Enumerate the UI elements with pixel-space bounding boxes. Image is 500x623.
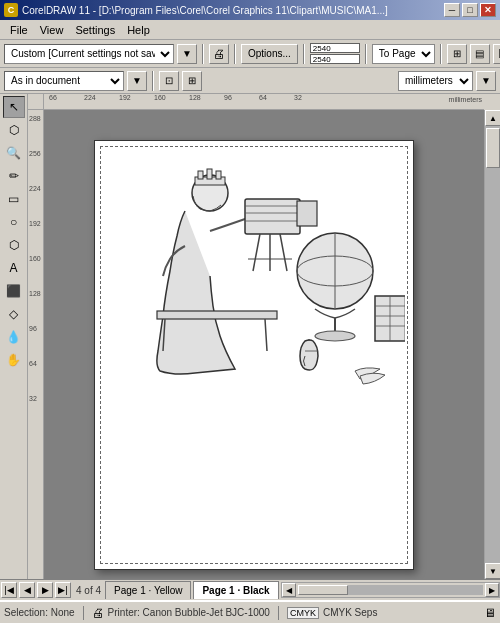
status-divider-2: [278, 606, 279, 620]
view-icon-btn-2[interactable]: ⊞: [182, 71, 202, 91]
scroll-down-button[interactable]: ▼: [485, 563, 500, 579]
main-area: ↖ ⬡ 🔍 ✏ ▭ ○ ⬡ A ⬛ ◇ 💧 ✋ 66 224 192 160 1…: [0, 94, 500, 579]
toolbar-1: Custom [Current settings not saved] ▼ 🖨 …: [0, 40, 500, 68]
status-icon: 🖥: [484, 606, 496, 620]
artwork-svg: [105, 151, 405, 431]
svg-rect-3: [207, 169, 212, 179]
canvas-scroll: 288 256 224 192 160 128 96 64 32: [28, 110, 500, 579]
toolbox: ↖ ⬡ 🔍 ✏ ▭ ○ ⬡ A ⬛ ◇ 💧 ✋: [0, 94, 28, 579]
svg-line-10: [253, 234, 260, 271]
units-select[interactable]: millimeters: [398, 71, 473, 91]
width-input[interactable]: [310, 43, 360, 53]
window-title: CorelDRAW 11 - [D:\Program Files\Corel\C…: [22, 5, 388, 16]
sep-t2-1: [152, 71, 154, 91]
separator-3: [303, 44, 305, 64]
nav-bar: |◀ ◀ ▶ ▶| 4 of 4 Page 1 · Yellow Page 1 …: [0, 579, 500, 601]
menu-file[interactable]: File: [4, 22, 34, 38]
svg-rect-5: [245, 199, 300, 234]
toolbar-2: As in document ▼ ⊡ ⊞ millimeters ▼: [0, 68, 500, 94]
zoom-dropdown-btn[interactable]: ▼: [127, 71, 147, 91]
tool-zoom[interactable]: 🔍: [3, 142, 25, 164]
scroll-thumb-vertical[interactable]: [486, 128, 500, 168]
to-page-select[interactable]: To Page: [372, 44, 435, 64]
status-bar: Selection: None 🖨 Printer: Canon Bubble-…: [0, 601, 500, 623]
tb-icon-btn-2[interactable]: ▤: [470, 44, 490, 64]
scroll-right-button[interactable]: ▶: [485, 583, 499, 597]
color-mode-icon: CMYK: [287, 607, 319, 619]
view-icon-btn-1[interactable]: ⊡: [159, 71, 179, 91]
zoom-select[interactable]: As in document: [4, 71, 124, 91]
scroll-up-button[interactable]: ▲: [485, 110, 500, 126]
nav-last-button[interactable]: ▶|: [55, 582, 71, 598]
svg-line-12: [280, 234, 287, 271]
units-dropdown-btn[interactable]: ▼: [476, 71, 496, 91]
svg-rect-9: [297, 201, 317, 226]
ruler-corner-right: [484, 94, 500, 110]
svg-rect-2: [198, 171, 203, 179]
title-bar: C CorelDRAW 11 - [D:\Program Files\Corel…: [0, 0, 500, 20]
separator-1: [202, 44, 204, 64]
nav-first-button[interactable]: |◀: [1, 582, 17, 598]
tool-text[interactable]: A: [3, 257, 25, 279]
tool-shape[interactable]: ⬡: [3, 119, 25, 141]
printer-icon: 🖨: [92, 606, 104, 620]
horizontal-scrollbar: ◀ ▶: [281, 582, 500, 598]
tb-icon-btn-3[interactable]: E: [493, 44, 500, 64]
height-input[interactable]: [310, 54, 360, 64]
menu-help[interactable]: Help: [121, 22, 156, 38]
page-indicator: 4 of 4: [72, 585, 105, 596]
preset-dropdown-btn[interactable]: ▼: [177, 44, 197, 64]
page-tab-yellow[interactable]: Page 1 · Yellow: [105, 581, 191, 599]
svg-rect-14: [157, 311, 277, 319]
selection-status: Selection: None: [4, 607, 75, 618]
maximize-button[interactable]: □: [462, 3, 478, 17]
tool-select[interactable]: ↖: [3, 96, 25, 118]
printer-status: Printer: Canon Bubble-Jet BJC-1000: [108, 607, 270, 618]
nav-next-button[interactable]: ▶: [37, 582, 53, 598]
ruler-row: 66 224 192 160 128 96 64 32 millimeters: [28, 94, 500, 110]
scroll-thumb-h[interactable]: [298, 585, 348, 595]
status-divider-1: [83, 606, 84, 620]
svg-rect-4: [216, 171, 221, 179]
dimension-inputs: [310, 43, 360, 64]
minimize-button[interactable]: ─: [444, 3, 460, 17]
tool-rect[interactable]: ▭: [3, 188, 25, 210]
nav-prev-button[interactable]: ◀: [19, 582, 35, 598]
document-page: [94, 140, 414, 570]
separator-2: [234, 44, 236, 64]
preset-select[interactable]: Custom [Current settings not saved]: [4, 44, 174, 64]
vertical-scrollbar: ▲ ▼: [484, 110, 500, 579]
tool-ellipse[interactable]: ○: [3, 211, 25, 233]
menu-bar: File View Settings Help: [0, 20, 500, 40]
canvas-background[interactable]: [44, 110, 484, 579]
tb-icon-btn-1[interactable]: ⊞: [447, 44, 467, 64]
vertical-ruler: 288 256 224 192 160 128 96 64 32: [28, 110, 44, 579]
scroll-track-h: [298, 585, 483, 595]
close-window-button[interactable]: ✕: [480, 3, 496, 17]
scroll-left-button[interactable]: ◀: [282, 583, 296, 597]
scroll-track-vertical: [485, 126, 500, 563]
horizontal-ruler: 66 224 192 160 128 96 64 32 millimeters: [44, 94, 484, 110]
color-mode-status: CMYK Seps: [323, 607, 377, 618]
separator-4: [365, 44, 367, 64]
page-tab-black[interactable]: Page 1 · Black: [193, 581, 278, 599]
app-icon: C: [4, 3, 18, 17]
tool-eyedropper[interactable]: 💧: [3, 326, 25, 348]
canvas-area: 66 224 192 160 128 96 64 32 millimeters …: [28, 94, 500, 579]
menu-view[interactable]: View: [34, 22, 70, 38]
ruler-mm-label: millimeters: [449, 96, 482, 103]
svg-line-16: [265, 319, 267, 351]
svg-point-21: [315, 331, 355, 341]
printer-icon-btn[interactable]: 🖨: [209, 44, 229, 64]
menu-settings[interactable]: Settings: [69, 22, 121, 38]
tool-pan[interactable]: ✋: [3, 349, 25, 371]
options-button[interactable]: Options...: [241, 44, 298, 64]
tool-polygon[interactable]: ⬡: [3, 234, 25, 256]
tool-freehand[interactable]: ✏: [3, 165, 25, 187]
tool-outline[interactable]: ◇: [3, 303, 25, 325]
ruler-corner: [28, 94, 44, 110]
tool-fill[interactable]: ⬛: [3, 280, 25, 302]
separator-5: [440, 44, 442, 64]
